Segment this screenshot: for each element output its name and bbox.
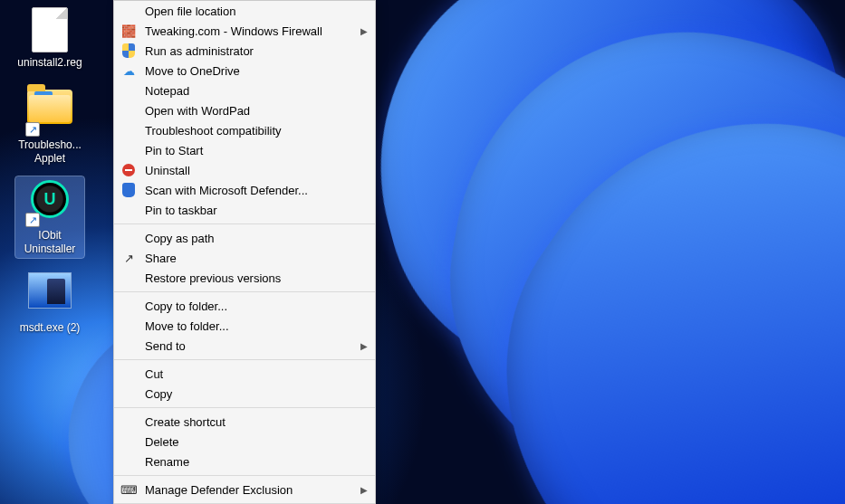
desktop-icon-uninstall2-reg-label: uninstall2.reg: [17, 56, 82, 70]
blank-icon: [120, 317, 138, 335]
menu-separator: [114, 475, 375, 476]
cm-manage-defender-exclusion-label: Manage Defender Exclusion: [145, 483, 357, 497]
desktop-area[interactable]: uninstall2.reg↗Troublesho... AppletU↗IOb…: [0, 0, 100, 346]
shortcut-arrow-icon: ↗: [25, 213, 40, 227]
desktop-icon-troubleshoot-applet-label: Troublesho... Applet: [17, 138, 82, 166]
cm-manage-defender-exclusion[interactable]: ⌨Manage Defender Exclusion▶: [114, 480, 375, 499]
shortcut-arrow-icon: ↗: [25, 122, 40, 137]
blank-icon: [120, 2, 138, 20]
cm-open-with-wordpad-label: Open with WordPad: [145, 104, 357, 118]
desktop-icon-troubleshoot-applet-icon: ↗: [27, 90, 72, 135]
submenu-arrow-icon: ▶: [357, 341, 368, 351]
blank-icon: [120, 413, 138, 431]
cm-rename-label: Rename: [145, 455, 357, 469]
cm-scan-defender-label: Scan with Microsoft Defender...: [145, 184, 357, 197]
cm-create-shortcut-label: Create shortcut: [145, 415, 357, 429]
desktop-icon-msdt-exe-label: msdt.exe (2): [17, 321, 82, 335]
blank-icon: [120, 101, 138, 119]
blank-icon: [120, 385, 138, 403]
cm-send-to[interactable]: Send to▶: [114, 336, 375, 356]
cm-troubleshoot-compat-label: Troubleshoot compatibility: [145, 124, 357, 138]
shield-icon: [120, 42, 138, 60]
cm-move-to-folder-label: Move to folder...: [145, 319, 357, 333]
desktop-icon-iobit-uninstaller[interactable]: U↗IObit Uninstaller: [15, 176, 84, 258]
blank-icon: [120, 201, 138, 219]
blank-icon: [120, 452, 138, 471]
cm-restore-previous-label: Restore previous versions: [145, 271, 357, 285]
cm-uninstall[interactable]: Uninstall: [114, 160, 375, 180]
desktop-icon-iobit-uninstaller-label: IObit Uninstaller: [17, 229, 82, 256]
cm-tweaking-firewall[interactable]: 🧱Tweaking.com - Windows Firewall▶: [114, 21, 375, 41]
cm-uninstall-label: Uninstall: [145, 164, 357, 177]
blank-icon: [120, 229, 138, 247]
desktop-icon-uninstall2-reg-icon: [27, 7, 72, 52]
cm-copy[interactable]: Copy: [114, 384, 375, 404]
cm-open-file-location-label: Open file location: [145, 5, 357, 18]
defender-icon: [120, 181, 138, 199]
cm-run-as-admin[interactable]: Run as administrator: [114, 41, 375, 61]
onedrive-icon: ☁: [120, 62, 138, 80]
cm-move-to-onedrive-label: Move to OneDrive: [145, 64, 357, 78]
share-icon: ↗: [120, 249, 138, 267]
desktop-icon-uninstall2-reg[interactable]: uninstall2.reg: [15, 5, 84, 71]
menu-separator: [114, 407, 375, 408]
cm-share[interactable]: ↗Share: [114, 248, 375, 268]
cm-pin-to-start-label: Pin to Start: [145, 144, 357, 157]
cm-troubleshoot-compat[interactable]: Troubleshoot compatibility: [114, 120, 375, 140]
desktop-icon-msdt-exe[interactable]: msdt.exe (2): [15, 267, 84, 337]
cm-pin-to-start[interactable]: Pin to Start: [114, 140, 375, 160]
cm-create-shortcut[interactable]: Create shortcut: [114, 412, 375, 432]
context-menu: Open file location🧱Tweaking.com - Window…: [113, 0, 376, 504]
cm-scan-defender[interactable]: Scan with Microsoft Defender...: [114, 180, 375, 200]
blank-icon: [120, 141, 138, 159]
cm-cut[interactable]: Cut: [114, 364, 375, 384]
blank-icon: [120, 297, 138, 315]
cm-tweaking-firewall-label: Tweaking.com - Windows Firewall: [145, 24, 357, 38]
menu-separator: [114, 223, 375, 224]
cm-copy-as-path[interactable]: Copy as path: [114, 228, 375, 248]
keyboard-icon: ⌨: [120, 480, 138, 499]
cm-notepad-label: Notepad: [145, 84, 357, 98]
cm-move-to-onedrive[interactable]: ☁Move to OneDrive: [114, 61, 375, 81]
menu-separator: [114, 291, 375, 292]
desktop-icon-iobit-uninstaller-icon: U↗: [27, 180, 72, 225]
cm-copy-as-path-label: Copy as path: [145, 232, 357, 245]
cm-pin-to-taskbar-label: Pin to taskbar: [145, 204, 357, 217]
blank-icon: [120, 337, 138, 355]
desktop-icon-msdt-exe-icon: [27, 272, 72, 318]
submenu-arrow-icon: ▶: [357, 26, 368, 36]
firewall-icon: 🧱: [120, 22, 138, 40]
blank-icon: [120, 269, 138, 287]
cm-open-with-wordpad[interactable]: Open with WordPad: [114, 100, 375, 120]
cm-share-label: Share: [145, 252, 357, 265]
cm-copy-label: Copy: [145, 387, 357, 401]
menu-separator: [114, 359, 375, 360]
uninstall-icon: [120, 161, 138, 179]
cm-open-file-location[interactable]: Open file location: [114, 1, 375, 21]
submenu-arrow-icon: ▶: [357, 485, 368, 495]
cm-copy-to-folder[interactable]: Copy to folder...: [114, 296, 375, 316]
cm-cut-label: Cut: [145, 367, 357, 381]
cm-delete-label: Delete: [145, 435, 357, 449]
blank-icon: [120, 81, 138, 100]
cm-notepad[interactable]: Notepad: [114, 81, 375, 100]
cm-run-as-admin-label: Run as administrator: [145, 44, 357, 58]
blank-icon: [120, 433, 138, 451]
cm-send-to-label: Send to: [145, 339, 357, 353]
blank-icon: [120, 121, 138, 139]
desktop-icon-troubleshoot-applet[interactable]: ↗Troublesho... Applet: [15, 81, 84, 167]
cm-pin-to-taskbar[interactable]: Pin to taskbar: [114, 200, 375, 220]
blank-icon: [120, 365, 138, 383]
cm-restore-previous[interactable]: Restore previous versions: [114, 268, 375, 288]
cm-move-to-folder[interactable]: Move to folder...: [114, 316, 375, 336]
cm-rename[interactable]: Rename: [114, 452, 375, 471]
cm-copy-to-folder-label: Copy to folder...: [145, 300, 357, 313]
cm-delete[interactable]: Delete: [114, 432, 375, 452]
